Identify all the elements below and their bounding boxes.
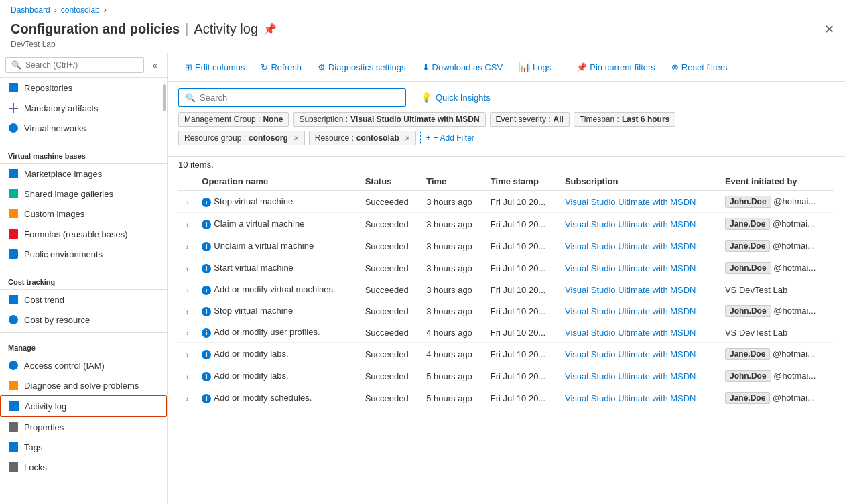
subscription-link[interactable]: Visual Studio Ultimate with MSDN (565, 306, 696, 316)
filter-tag-event-severity[interactable]: Event severity : All (490, 112, 570, 127)
filter-tag-management-group[interactable]: Management Group : None (178, 112, 289, 127)
row-expand-button[interactable]: › (184, 373, 191, 381)
pin-filters-button[interactable]: 📌 Pin current filters (570, 59, 662, 76)
marketplace-images-icon (8, 168, 19, 179)
refresh-button[interactable]: ↻ Refresh (254, 59, 308, 76)
filter-tag-resource-group[interactable]: Resource group : contosorg ✕ (178, 131, 305, 145)
subscription-link[interactable]: Visual Studio Ultimate with MSDN (565, 371, 696, 381)
subscription-cell[interactable]: Visual Studio Ultimate with MSDN (560, 387, 720, 410)
sidebar-item-cost-by-resource-label: Cost by resource (24, 315, 90, 325)
sidebar-item-marketplace-images[interactable]: Marketplace images (0, 164, 167, 184)
sidebar-item-activity-log[interactable]: Activity log (0, 395, 167, 417)
public-environments-icon (8, 249, 19, 259)
reset-filters-button[interactable]: ⊗ Reset filters (665, 59, 734, 76)
filter-tag-key: Event severity : (496, 115, 551, 124)
sidebar-search-box[interactable]: 🔍 (5, 57, 144, 73)
time-cell: 3 hours ago (421, 300, 485, 322)
row-expand-button[interactable]: › (184, 199, 191, 206)
subscription-cell[interactable]: Visual Studio Ultimate with MSDN (560, 191, 720, 213)
subscription-cell[interactable]: Visual Studio Ultimate with MSDN (560, 343, 720, 365)
sidebar-item-repositories[interactable]: Repositories (0, 78, 167, 98)
row-expand-button[interactable]: › (184, 243, 191, 251)
col-operation-name[interactable]: Operation name (196, 172, 359, 191)
sidebar-item-cost-by-resource[interactable]: Cost by resource (0, 310, 167, 330)
subscription-cell[interactable]: Visual Studio Ultimate with MSDN (560, 300, 720, 322)
sidebar-item-access-control[interactable]: Access control (IAM) (0, 355, 167, 375)
breadcrumb-dashboard[interactable]: Dashboard (11, 5, 50, 15)
row-expand-button[interactable]: › (184, 330, 191, 337)
sidebar-item-properties-label: Properties (24, 422, 64, 432)
operation-name-cell: iAdd or modify labs. (196, 365, 359, 387)
subscription-cell[interactable]: Visual Studio Ultimate with MSDN (560, 213, 720, 235)
subscription-cell[interactable]: Visual Studio Ultimate with MSDN (560, 279, 720, 300)
sidebar-item-mandatory-artifacts[interactable]: Mandatory artifacts (0, 98, 167, 118)
pin-filters-label: Pin current filters (590, 62, 655, 72)
search-box[interactable]: 🔍 (178, 88, 406, 107)
sidebar: 🔍 « Repositories Mandatory artifacts Vir… (0, 53, 168, 504)
sidebar-item-custom-images-label: Custom images (24, 209, 84, 219)
sidebar-item-virtual-networks[interactable]: Virtual networks (0, 118, 167, 138)
sidebar-item-properties[interactable]: Properties (0, 417, 167, 437)
close-button[interactable]: ✕ (824, 22, 834, 37)
col-initiated-by[interactable]: Event initiated by (720, 172, 834, 191)
subscription-cell[interactable]: Visual Studio Ultimate with MSDN (560, 235, 720, 257)
filter-tag-res-close[interactable]: ✕ (405, 135, 410, 142)
time-cell: 3 hours ago (421, 279, 485, 300)
sidebar-search-input[interactable] (25, 60, 138, 70)
search-input[interactable] (200, 92, 399, 103)
time-cell: 3 hours ago (421, 257, 485, 279)
filter-tag-timespan[interactable]: Timespan : Last 6 hours (574, 112, 675, 127)
subscription-link[interactable]: Visual Studio Ultimate with MSDN (565, 197, 696, 207)
logs-button[interactable]: 📊 Logs (512, 58, 558, 76)
subscription-link[interactable]: Visual Studio Ultimate with MSDN (565, 349, 696, 359)
user-badge: John.Doe (725, 370, 771, 382)
download-csv-button[interactable]: ⬇ Download as CSV (415, 59, 510, 76)
sidebar-item-public-environments[interactable]: Public environments (0, 244, 167, 264)
operation-name-cell: iClaim a virtual machine (196, 213, 359, 235)
breadcrumb-lab[interactable]: contosolab (61, 5, 100, 15)
page-title-sep: | (185, 21, 188, 37)
row-expand-button[interactable]: › (184, 395, 191, 403)
sidebar-item-repositories-label: Repositories (24, 83, 72, 93)
filter-tag-key: Subscription : (299, 115, 348, 124)
col-status[interactable]: Status (360, 172, 421, 191)
filter-tag-subscription[interactable]: Subscription : Visual Studio Ultimate wi… (293, 112, 485, 127)
subscription-link[interactable]: Visual Studio Ultimate with MSDN (565, 241, 696, 251)
col-time[interactable]: Time (421, 172, 485, 191)
sidebar-item-diagnose[interactable]: Diagnose and solve problems (0, 375, 167, 395)
diagnostics-settings-button[interactable]: ⚙ Diagnostics settings (311, 59, 413, 76)
filter-tag-rg-close[interactable]: ✕ (294, 135, 299, 142)
pin-icon[interactable]: 📌 (263, 23, 277, 36)
scroll-indicator (163, 84, 166, 111)
subscription-cell[interactable]: Visual Studio Ultimate with MSDN (560, 257, 720, 279)
row-expand-button[interactable]: › (184, 265, 191, 273)
subscription-link[interactable]: Visual Studio Ultimate with MSDN (565, 393, 696, 403)
filter-tag-resource[interactable]: Resource : contosolab ✕ (309, 131, 416, 145)
subscription-link[interactable]: Visual Studio Ultimate with MSDN (565, 328, 696, 338)
sidebar-item-cost-trend[interactable]: Cost trend (0, 290, 167, 310)
timestamp-cell: Fri Jul 10 20... (485, 322, 560, 343)
edit-columns-button[interactable]: ⊞ Edit columns (178, 59, 251, 76)
row-expand-button[interactable]: › (184, 287, 191, 294)
diagnostics-settings-icon: ⚙ (318, 62, 326, 72)
sidebar-item-shared-image-galleries[interactable]: Shared image galleries (0, 184, 167, 204)
subscription-link[interactable]: Visual Studio Ultimate with MSDN (565, 263, 696, 273)
row-expand-button[interactable]: › (184, 221, 191, 229)
col-subscription[interactable]: Subscription (560, 172, 720, 191)
subscription-link[interactable]: Visual Studio Ultimate with MSDN (565, 219, 696, 229)
subscription-cell[interactable]: Visual Studio Ultimate with MSDN (560, 322, 720, 343)
quick-insights-button[interactable]: 💡 Quick Insights (414, 89, 497, 106)
sidebar-item-formulas[interactable]: Formulas (reusable bases) (0, 224, 167, 244)
sidebar-item-custom-images[interactable]: Custom images (0, 204, 167, 224)
sidebar-item-locks[interactable]: Locks (0, 457, 167, 477)
info-icon: i (202, 372, 211, 381)
add-filter-button[interactable]: + + Add Filter (420, 131, 480, 145)
col-timestamp[interactable]: Time stamp (485, 172, 560, 191)
subscription-link[interactable]: Visual Studio Ultimate with MSDN (565, 285, 696, 295)
timestamp-cell: Fri Jul 10 20... (485, 300, 560, 322)
row-expand-button[interactable]: › (184, 308, 191, 316)
sidebar-collapse-button[interactable]: « (148, 60, 161, 70)
row-expand-button[interactable]: › (184, 351, 191, 359)
sidebar-item-tags[interactable]: Tags (0, 437, 167, 457)
subscription-cell[interactable]: Visual Studio Ultimate with MSDN (560, 365, 720, 387)
